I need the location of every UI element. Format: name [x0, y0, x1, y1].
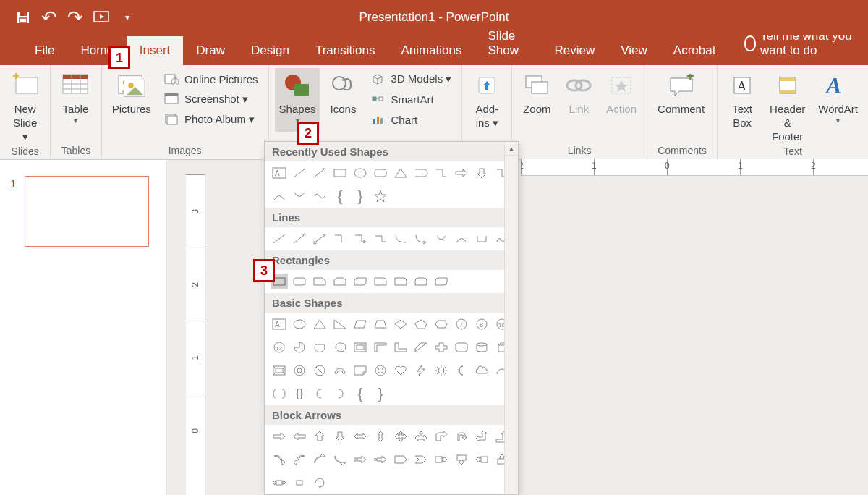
shape-round-single-corner[interactable] [392, 274, 409, 289]
shape-right-arrow[interactable] [271, 428, 288, 444]
shape-no-symbol[interactable] [311, 363, 328, 378]
shape-snip-round-single-corner[interactable] [372, 274, 389, 289]
shape-curved-connector[interactable] [271, 188, 288, 204]
shape-line-arrow[interactable] [311, 165, 328, 181]
shape-cloud[interactable] [473, 363, 490, 378]
chart-button[interactable]: Chart [366, 110, 456, 129]
shape-line[interactable] [271, 231, 288, 247]
shape-round-diagonal-corner[interactable] [433, 274, 450, 289]
shape-l-shape[interactable] [392, 339, 409, 355]
shape-curved-down-arrow[interactable] [331, 452, 349, 468]
shape-curved-double-arrow[interactable] [433, 231, 450, 247]
shape-hexagon[interactable] [433, 316, 450, 332]
shape-diamond[interactable] [392, 316, 409, 332]
shape-pentagon[interactable] [412, 316, 430, 332]
new-slide-button[interactable]: NewSlide ▾ [6, 68, 44, 143]
shape-plaque[interactable] [453, 339, 470, 355]
shape-left-up-arrow[interactable] [473, 428, 490, 444]
shape-heart[interactable] [392, 363, 409, 378]
shape-text-box[interactable]: A [271, 316, 288, 332]
tab-insert[interactable]: Insert [127, 36, 184, 65]
shape-left-brace[interactable]: { [352, 386, 369, 402]
shape-sun[interactable] [433, 363, 450, 378]
shape-dodecagon[interactable]: 12 [271, 339, 288, 355]
wordart-button[interactable]: A WordArt▾ [814, 68, 862, 132]
tab-transitions[interactable]: Transitions [302, 36, 388, 65]
tab-slideshow[interactable]: Slide Show [475, 22, 542, 65]
shape-donut[interactable] [291, 363, 308, 378]
shape-lightning-bolt[interactable] [412, 363, 430, 378]
shape-chevron[interactable] [412, 452, 430, 468]
shape-left-right-arrow[interactable] [352, 428, 369, 444]
tab-view[interactable]: View [608, 36, 660, 65]
shape-folded-corner[interactable] [352, 363, 369, 378]
shape-curve[interactable] [291, 188, 308, 204]
shape-frame[interactable] [352, 339, 369, 355]
slide-thumbnail[interactable] [25, 176, 149, 247]
shape-block-arc[interactable] [331, 363, 349, 378]
shape-chord[interactable] [311, 339, 328, 355]
text-box-button[interactable]: A TextBox [723, 68, 761, 132]
shape-curved-arrow-connector[interactable] [412, 231, 430, 247]
shape-elbow-connector[interactable] [433, 165, 450, 181]
tab-acrobat[interactable]: Acrobat [660, 36, 729, 65]
shape-up-down-arrow[interactable] [372, 428, 389, 444]
shape-elbow-connector[interactable] [331, 231, 349, 247]
shape-down-arrow[interactable] [331, 428, 349, 444]
shape-right-bracket[interactable] [331, 386, 349, 402]
shape-curved-right-arrow[interactable] [271, 452, 288, 468]
shape-left-brace[interactable]: { [331, 188, 349, 204]
scroll-up-icon[interactable]: ▲ [505, 142, 518, 156]
shape-rounded-rectangle[interactable] [291, 274, 308, 289]
shape-heptagon[interactable]: 7 [453, 316, 470, 332]
shape-pie[interactable] [291, 339, 308, 355]
shape-curved-left-arrow[interactable] [291, 452, 308, 468]
shape-left-right-arrow-callout[interactable] [271, 475, 288, 491]
shape-bent-arrow[interactable] [433, 428, 450, 444]
smartart-button[interactable]: SmartArt [366, 90, 456, 109]
shape-left-arrow[interactable] [291, 428, 308, 444]
shape-curved-up-arrow[interactable] [311, 452, 328, 468]
online-pictures-button[interactable]: Online Pictures [160, 69, 263, 88]
undo-button[interactable]: ↶ [41, 9, 58, 26]
shape-line-arrow[interactable] [291, 231, 308, 247]
shape-oval[interactable] [291, 316, 308, 332]
shape-can[interactable] [473, 339, 490, 355]
3d-models-button[interactable]: 3D Models ▾ [366, 69, 456, 88]
shape-oval[interactable] [352, 165, 369, 181]
shape-diagonal-stripe[interactable] [412, 339, 430, 355]
shape-freeform-tool[interactable] [473, 231, 490, 247]
shape-octagon[interactable]: 8 [473, 316, 490, 332]
tab-review[interactable]: Review [542, 36, 608, 65]
shape-elbow-arrow-connector[interactable] [352, 231, 369, 247]
shape-parallelogram[interactable] [352, 316, 369, 332]
customize-qat-button[interactable]: ▾ [119, 9, 136, 26]
shape-moon[interactable] [453, 363, 470, 378]
shape-elbow-double-arrow[interactable] [372, 231, 389, 247]
shape-rounded-rectangle[interactable] [372, 165, 389, 181]
shape-right-brace[interactable]: } [372, 386, 389, 402]
shape-flowchart-delay[interactable] [412, 165, 430, 181]
shape-down-arrow-callout[interactable] [453, 452, 470, 468]
shape-bevel[interactable] [271, 363, 288, 378]
shape-left-right-up-arrow[interactable] [412, 428, 430, 444]
shape-isoceles-triangle[interactable] [392, 165, 409, 181]
shape-left-bracket[interactable] [311, 386, 328, 402]
shape-curve-tool[interactable] [453, 231, 470, 247]
pictures-button[interactable]: Pictures [108, 68, 156, 132]
header-footer-button[interactable]: Header& Footer [765, 68, 809, 143]
shape-line[interactable] [291, 165, 308, 181]
shape-up-arrow[interactable] [311, 428, 328, 444]
shape-left-arrow-callout[interactable] [473, 452, 490, 468]
shape-right-arrow[interactable] [453, 165, 470, 181]
shape-isoceles-triangle[interactable] [311, 316, 328, 332]
tab-animations[interactable]: Animations [388, 36, 475, 65]
shape-striped-right-arrow[interactable] [352, 452, 369, 468]
slide-thumbnail-row[interactable]: 1 [0, 176, 166, 247]
tab-draw[interactable]: Draw [183, 36, 238, 65]
zoom-button[interactable]: Zoom [518, 68, 556, 132]
shape-freeform[interactable] [311, 188, 328, 204]
shape-round-same-side-corner[interactable] [412, 274, 430, 289]
shape-notched-right-arrow[interactable] [372, 452, 389, 468]
shape-teardrop[interactable] [331, 339, 349, 355]
